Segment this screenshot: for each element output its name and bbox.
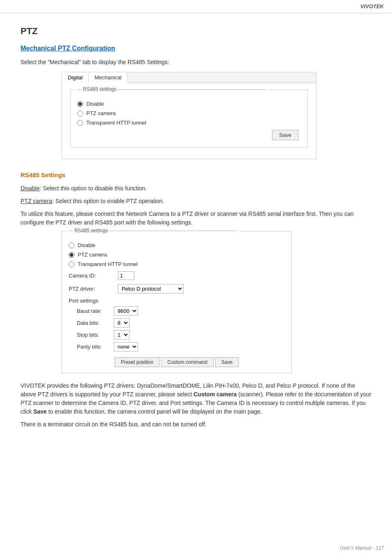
disable-desc: Disable: Select this option to disable t… — [21, 184, 371, 193]
ptz-driver-row: PTZ driver: Pelco D protocol — [69, 284, 285, 294]
option-transparent-label-2: Transparent HTTP tunnel — [78, 261, 138, 267]
main-content: PTZ Mechanical PTZ Configuration Select … — [0, 14, 392, 445]
baud-rate-label: Baud rate: — [77, 308, 114, 314]
bottom-buttons: Preset position Custom command Save — [69, 357, 285, 367]
tab-widget: Digital Mechanical RS485 settings Disabl… — [62, 72, 316, 159]
intro-text: Select the "Mechanical" tab to display t… — [21, 59, 371, 65]
option-ptz-label-2: PTZ camera — [78, 252, 107, 258]
custom-camera-bold: Custom camera — [194, 391, 237, 398]
port-settings-label: Port settings — [69, 298, 285, 304]
disable-desc-text: Select this option to disable this funct… — [43, 185, 147, 192]
section-link[interactable]: Mechanical PTZ Configuration — [21, 45, 371, 52]
radio-group-1: Disable PTZ camera Transparent HTTP tunn… — [77, 101, 301, 126]
terminator-desc: There is a terminator circuit on the RS4… — [21, 420, 371, 429]
baud-rate-select[interactable]: 9600 — [114, 306, 138, 316]
option-disable-label-2: Disable — [78, 242, 95, 248]
rs485-legend-2: RS485 settings — [74, 228, 108, 234]
baud-rate-row: Baud rate: 9600 — [77, 306, 285, 316]
disable-underline: Disable — [21, 185, 40, 192]
stop-bits-row: Stop bits: 1 — [77, 330, 285, 340]
option-disable-1[interactable]: Disable — [77, 101, 301, 107]
option-transparent-label-1: Transparent HTTP tunnel — [86, 120, 146, 126]
parity-bits-select[interactable]: none — [114, 342, 138, 352]
option-ptz-label-1: PTZ camera — [86, 110, 116, 116]
footer: User's Manual - 117 — [340, 545, 384, 551]
tab-digital[interactable]: Digital — [62, 72, 89, 83]
header: VIVOTEK — [0, 0, 392, 14]
preset-position-button[interactable]: Preset position — [115, 357, 159, 367]
rs485-legend-1: RS485 settings — [83, 86, 116, 92]
save-bold: Save — [33, 408, 47, 415]
camera-id-row: Camera ID: — [69, 271, 285, 280]
save-button-row-1: Save — [77, 126, 301, 143]
ptz-camera-desc-1: PTZ camera: Select this option to enable… — [21, 197, 371, 206]
ptz-driver-label: PTZ driver: — [69, 286, 118, 292]
radio-group-2: Disable PTZ camera Transparent HTTP tunn… — [69, 242, 285, 267]
data-bits-label: Data bits: — [77, 320, 114, 326]
save-button-1[interactable]: Save — [272, 130, 298, 140]
stop-bits-select[interactable]: 1 — [114, 330, 129, 340]
stop-bits-label: Stop bits: — [77, 332, 114, 338]
option-transparent-1[interactable]: Transparent HTTP tunnel — [77, 120, 301, 126]
ptz-camera-desc-2: To utilize this feature, please connect … — [21, 210, 371, 227]
page-title: PTZ — [21, 26, 371, 37]
brand-logo: VIVOTEK — [360, 3, 384, 9]
tab-header: Digital Mechanical — [62, 72, 316, 83]
vivotek-desc: VIVOTEK provides the following PTZ drive… — [21, 382, 371, 416]
option-ptz-1[interactable]: PTZ camera — [77, 110, 301, 116]
option-ptz-2[interactable]: PTZ camera — [69, 252, 285, 258]
ptz-camera-underline: PTZ camera — [21, 198, 52, 204]
tab-content: RS485 settings Disable PTZ camera Transp… — [62, 83, 316, 159]
data-bits-row: Data bits: 8 — [77, 318, 285, 328]
data-bits-select[interactable]: 8 — [114, 318, 129, 328]
ptz-camera-desc-text-1: Select this option to enable PTZ operati… — [55, 198, 164, 204]
parity-bits-row: Parity bits: none — [77, 342, 285, 352]
option-disable-2[interactable]: Disable — [69, 242, 285, 248]
rs485-section-title: RS485 Settings — [21, 171, 371, 178]
camera-id-label: Camera ID: — [69, 273, 118, 279]
save-button-2[interactable]: Save — [215, 357, 239, 367]
option-transparent-2[interactable]: Transparent HTTP tunnel — [69, 261, 285, 267]
tab-mechanical[interactable]: Mechanical — [89, 72, 128, 83]
parity-bits-label: Parity bits: — [77, 344, 114, 350]
custom-command-button[interactable]: Custom command — [161, 357, 213, 367]
option-disable-label-1: Disable — [86, 101, 104, 107]
ptz-driver-select[interactable]: Pelco D protocol — [118, 284, 184, 294]
camera-id-input[interactable] — [118, 271, 134, 280]
